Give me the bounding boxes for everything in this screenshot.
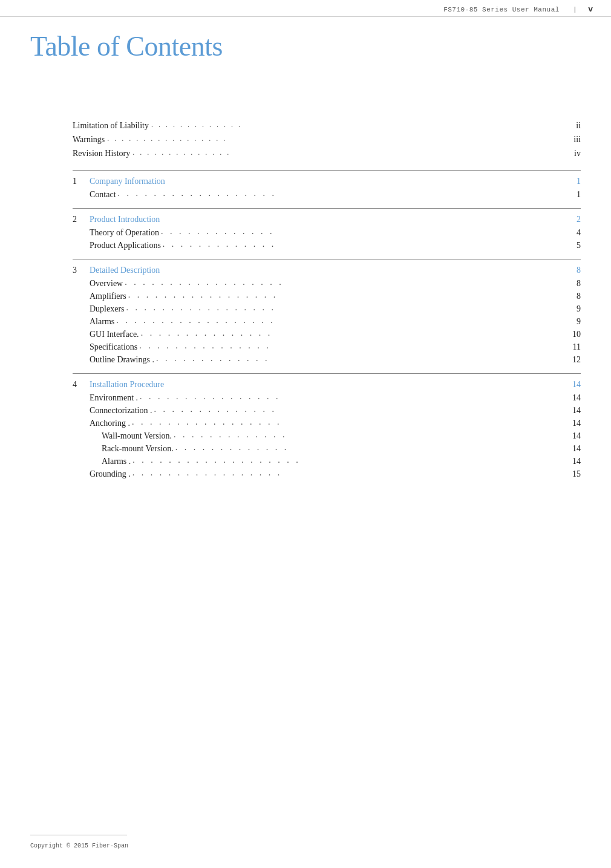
entry-dots: . . . . . . . . . . . . . [151, 120, 566, 130]
header-page-number: v [588, 5, 593, 14]
entry-title: Theory of Operation [90, 228, 159, 238]
entry-dots: . . . . . . . . . . . . . [163, 240, 564, 249]
entry-title: Rack-mount Version. [102, 444, 174, 454]
entry-dots: . . . . . . . . . . . . . [161, 227, 564, 237]
page-title: Table of Contents [30, 30, 223, 62]
section-2: 2 Product Introduction 2 Theory of Opera… [73, 215, 581, 250]
entry-dots: . . . . . . . . . . . . . . . . . . [118, 189, 564, 198]
section-page: 8 [569, 266, 581, 275]
entry-page: 14 [566, 419, 581, 428]
entry-page: 9 [566, 317, 581, 327]
copyright: Copyright © 2015 Fiber-Span [30, 843, 128, 849]
section-number: 3 [73, 266, 90, 275]
entry-dots: . . . . . . . . . . . . . . . . . [107, 134, 566, 144]
footer-divider [30, 835, 127, 835]
entry-dots: . . . . . . . . . . . . . . . . [140, 392, 564, 402]
entry-page: 14 [566, 393, 581, 403]
entry-title: Environment . [90, 393, 138, 403]
entry-title: Product Applications [90, 241, 161, 250]
section-header: 4 Installation Procedure 14 [73, 380, 581, 390]
list-item: Anchoring . . . . . . . . . . . . . . . … [90, 419, 581, 428]
section-page: 14 [569, 380, 581, 390]
section-divider [73, 208, 581, 209]
entry-title: Amplifiers [90, 292, 126, 301]
entry-title: Alarms . [102, 457, 131, 466]
list-item: Grounding . . . . . . . . . . . . . . . … [90, 469, 581, 479]
entry-page: 14 [566, 406, 581, 416]
list-item: Specifications . . . . . . . . . . . . .… [90, 342, 581, 352]
entry-title: Duplexers [90, 304, 125, 314]
section-header: 2 Product Introduction 2 [73, 215, 581, 224]
entry-title: Alarms [90, 317, 114, 327]
entry-page: 1 [566, 190, 581, 200]
entry-dots: . . . . . . . . . . . . . . [132, 148, 566, 158]
section-header: 3 Detailed Description 8 [73, 266, 581, 275]
section-number: 1 [73, 177, 90, 186]
list-item: Limitation of Liability . . . . . . . . … [73, 121, 581, 131]
entry-dots: . . . . . . . . . . . . . . . . . [132, 468, 564, 478]
entry-page: 9 [566, 304, 581, 314]
entry-page: iv [569, 149, 581, 158]
entry-title: Specifications [90, 342, 137, 352]
entry-dots: . . . . . . . . . . . . . [156, 354, 564, 364]
entry-dots: . . . . . . . . . . . . . . . . . [128, 290, 564, 300]
entry-title: Wall-mount Version. [102, 431, 172, 441]
toc-content: Limitation of Liability . . . . . . . . … [73, 121, 581, 820]
entry-title: Limitation of Liability [73, 121, 149, 131]
entry-dots: . . . . . . . . . . . . . . . . . [132, 417, 564, 427]
section-1: 1 Company Information 1 Contact . . . . … [73, 177, 581, 200]
entry-dots: . . . . . . . . . . . . . . . . . [126, 303, 564, 313]
entry-title: GUI Interface. [90, 330, 139, 339]
entry-page: 12 [566, 355, 581, 365]
list-item: Alarms . . . . . . . . . . . . . . . . .… [90, 317, 581, 327]
entry-title: Connectorization . [90, 406, 152, 416]
list-item: Outline Drawings . . . . . . . . . . . .… [90, 355, 581, 365]
subsection-list: Overview . . . . . . . . . . . . . . . .… [73, 279, 581, 365]
entry-page: 8 [566, 279, 581, 289]
entry-page: 14 [566, 444, 581, 454]
entry-title: Grounding . [90, 469, 131, 479]
list-item: Warnings . . . . . . . . . . . . . . . .… [73, 135, 581, 145]
page-header: FS710-85 Series User Manual | v [0, 0, 611, 17]
list-item: Alarms . . . . . . . . . . . . . . . . .… [90, 457, 581, 466]
list-item: Product Applications . . . . . . . . . .… [90, 241, 581, 250]
entry-title: Anchoring . [90, 419, 130, 428]
entry-title: Revision History [73, 149, 130, 158]
subsection-list: Theory of Operation . . . . . . . . . . … [73, 228, 581, 250]
entry-page: 11 [566, 342, 581, 352]
list-item: Overview . . . . . . . . . . . . . . . .… [90, 279, 581, 289]
entry-dots: . . . . . . . . . . . . . . [154, 405, 564, 414]
list-item: Connectorization . . . . . . . . . . . .… [90, 406, 581, 416]
subsection-list: Contact . . . . . . . . . . . . . . . . … [73, 190, 581, 200]
section-3: 3 Detailed Description 8 Overview . . . … [73, 266, 581, 365]
section-number: 2 [73, 215, 90, 224]
section-divider [73, 170, 581, 171]
manual-title: FS710-85 Series User Manual [443, 6, 560, 13]
list-item: GUI Interface. . . . . . . . . . . . . .… [90, 330, 581, 339]
list-item: Rack-mount Version. . . . . . . . . . . … [90, 444, 581, 454]
entry-title: Overview [90, 279, 123, 289]
section-header: 1 Company Information 1 [73, 177, 581, 186]
entry-page: 15 [566, 469, 581, 479]
entry-page: iii [569, 135, 581, 145]
entry-dots: . . . . . . . . . . . . . . . . . . . [132, 455, 564, 465]
section-divider [73, 373, 581, 374]
entry-title: Contact [90, 190, 116, 200]
entry-page: 5 [566, 241, 581, 250]
list-item: Revision History . . . . . . . . . . . .… [73, 149, 581, 159]
section-page: 2 [569, 215, 581, 224]
section-divider [73, 259, 581, 259]
list-item: Theory of Operation . . . . . . . . . . … [90, 228, 581, 238]
page-footer: Copyright © 2015 Fiber-Span [30, 835, 581, 850]
entry-dots: . . . . . . . . . . . . . . . [139, 341, 564, 351]
section-title: Product Introduction [90, 215, 569, 224]
entry-page: 4 [566, 228, 581, 238]
entry-page: 14 [566, 457, 581, 466]
list-item: Duplexers . . . . . . . . . . . . . . . … [90, 304, 581, 314]
list-item: Amplifiers . . . . . . . . . . . . . . .… [90, 292, 581, 301]
section-title: Installation Procedure [90, 380, 569, 390]
entry-dots: . . . . . . . . . . . . . . . . . . [116, 316, 564, 325]
entry-dots: . . . . . . . . . . . . . [174, 430, 564, 440]
section-page: 1 [569, 177, 581, 186]
entry-dots: . . . . . . . . . . . . . . . . . . [125, 278, 564, 287]
